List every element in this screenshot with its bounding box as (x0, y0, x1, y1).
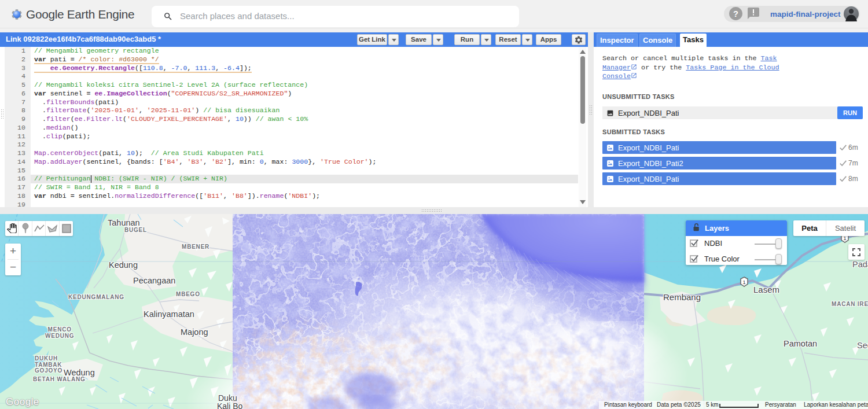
svg-text:1: 1 (742, 279, 745, 285)
svg-text:?: ? (733, 9, 738, 19)
svg-text:1: 1 (843, 235, 846, 241)
